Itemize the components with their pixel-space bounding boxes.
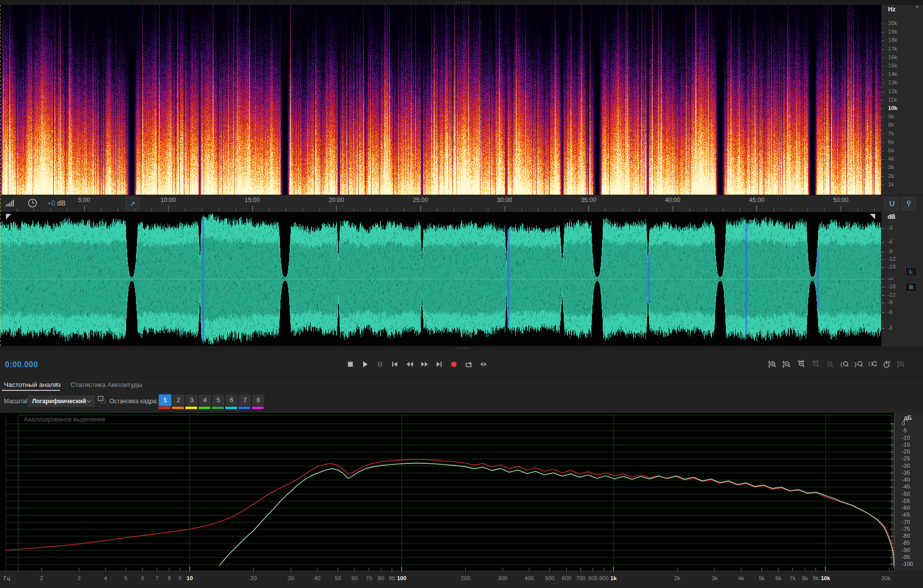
ruler-tick xyxy=(807,208,808,211)
freq-scale-tick xyxy=(882,83,884,83)
freq-scale-minor-tick xyxy=(882,130,883,130)
frame-hold-6-button[interactable]: 6 xyxy=(225,394,238,406)
chart-x-label: 500 xyxy=(545,575,554,581)
waveform-view[interactable] xyxy=(0,212,881,346)
zoom-in-amplitude-icon xyxy=(768,360,777,368)
top-strip-tick xyxy=(600,2,601,4)
chart-x-label: 70 xyxy=(366,575,372,581)
top-strip-tick xyxy=(358,2,358,4)
frame-hold-8-button[interactable]: 8 xyxy=(252,394,265,406)
top-strip-tick xyxy=(24,2,24,4)
play-button[interactable] xyxy=(359,358,372,371)
top-strip-tick xyxy=(653,2,653,4)
amp-scale-label: -12 xyxy=(888,256,896,262)
stop-button[interactable] xyxy=(344,358,357,371)
timeline-ruler[interactable]: +0 dB ↗ 5:0010:0015:0020:0025:0030:0035:… xyxy=(0,195,923,213)
top-strip-tick xyxy=(862,2,863,4)
frame-hold-1-button[interactable]: 1 xyxy=(159,394,171,406)
zoom-out-amplitude-button[interactable] xyxy=(780,358,793,371)
tab-frequency-analysis[interactable]: Частотный анализ xyxy=(4,381,61,388)
freq-scale-minor-tick xyxy=(882,155,883,156)
chart-x-label: 20k xyxy=(882,575,891,581)
top-strip-tick xyxy=(561,2,562,4)
amp-scale-minor-tick xyxy=(882,320,883,321)
top-strip-tick xyxy=(220,2,221,4)
skip-back-button[interactable] xyxy=(388,358,401,371)
top-strip-tick xyxy=(404,2,404,4)
top-strip-tick xyxy=(620,2,620,4)
ruler-tick xyxy=(84,206,85,211)
zoom-in-at-out-point-button[interactable]: } xyxy=(852,358,864,371)
top-strip-tick xyxy=(548,2,548,4)
chart-x-label: 8k xyxy=(802,575,808,581)
top-strip-tick xyxy=(384,2,384,4)
skip-selection-icon xyxy=(479,360,487,368)
corner-handle-right-icon[interactable] xyxy=(870,214,875,219)
zoom-time-stopwatch-button[interactable] xyxy=(880,358,893,371)
chart-x-label: 10k xyxy=(820,575,830,581)
frequency-scale[interactable]: Hz ▼ 20k19k18k17k16k15k14k13k12k11k10k9k… xyxy=(881,5,923,195)
top-strip-tick xyxy=(745,2,745,4)
panel-menu-icon[interactable]: ≡ xyxy=(54,380,59,388)
top-strip-tick xyxy=(784,2,785,4)
fast-forward-button[interactable] xyxy=(418,358,431,371)
top-strip-tick xyxy=(830,2,830,4)
channel-badge-left[interactable]: L xyxy=(905,267,917,276)
top-strip-tick xyxy=(659,2,660,4)
top-strip-tick xyxy=(725,2,725,4)
zoom-in-amplitude-button[interactable] xyxy=(766,358,779,371)
top-strip-tick xyxy=(371,2,372,4)
playhead-line[interactable] xyxy=(0,5,0,346)
freq-scale-tick xyxy=(882,66,884,67)
ruler-tick xyxy=(673,206,673,211)
snapping-magnet-button[interactable] xyxy=(885,197,899,210)
chart-x-unit: Гц xyxy=(4,575,10,581)
ruler-tick xyxy=(706,208,707,211)
waveform-scrollbar[interactable] xyxy=(0,346,923,351)
frame-hold-3-button[interactable]: 3 xyxy=(185,394,198,406)
time-display[interactable]: 0:00.000 xyxy=(5,351,38,378)
ruler-time-label: 15:00 xyxy=(244,197,260,204)
marker-button[interactable] xyxy=(901,197,916,210)
ruler-tick xyxy=(538,208,539,211)
frame-hold-5-button[interactable]: 5 xyxy=(212,394,225,406)
freq-scale-minor-tick xyxy=(882,87,883,88)
amplitude-scale[interactable]: dB L R -3-6-9-12-18-∞-18-12-9-6-3 xyxy=(881,212,923,346)
spectrogram-view[interactable] xyxy=(0,5,881,195)
zoom-in-time-button[interactable] xyxy=(794,358,807,371)
chart-x-label: 1k xyxy=(611,575,617,581)
freq-scale-label: 12k xyxy=(888,88,897,94)
skip-forward-icon xyxy=(435,360,443,368)
zoom-out-time-button[interactable] xyxy=(809,358,821,371)
freq-scale-tick xyxy=(882,32,884,33)
record-button[interactable] xyxy=(447,358,460,371)
channel-badge-right[interactable]: R xyxy=(905,283,917,292)
loop-playback-button[interactable] xyxy=(462,358,475,371)
top-scrollbar[interactable] xyxy=(0,0,923,5)
chart-x-label: 900 xyxy=(599,575,609,581)
amp-scale-label: -9 xyxy=(888,248,892,254)
scale-menu-icon[interactable]: ▼ xyxy=(915,5,919,9)
frame-hold-7-button[interactable]: 7 xyxy=(239,394,251,406)
frame-hold-2-button[interactable]: 2 xyxy=(172,394,185,406)
zoom-amplitude-full-button[interactable] xyxy=(894,358,907,371)
top-strip-handle[interactable] xyxy=(456,2,469,3)
amp-scale-tick xyxy=(882,228,885,229)
top-strip-tick xyxy=(836,2,837,4)
zoom-to-selection-button[interactable]: {} xyxy=(866,358,879,371)
ruler-tick xyxy=(353,208,354,211)
zoom-in-at-in-point-button[interactable]: { xyxy=(837,358,850,371)
freq-scale-minor-tick xyxy=(882,113,883,113)
top-strip-tick xyxy=(607,2,608,4)
zoom-out-full-button[interactable] xyxy=(823,358,836,371)
skip-forward-button[interactable] xyxy=(433,358,445,371)
pause-button[interactable] xyxy=(374,358,386,371)
freq-scale-tick xyxy=(882,117,884,117)
skip-selection-button[interactable] xyxy=(477,358,490,371)
top-strip-tick xyxy=(135,2,136,4)
tab-amplitude-statistics[interactable]: Статистика Амплитуды xyxy=(70,381,142,388)
frame-hold-4-button[interactable]: 4 xyxy=(199,394,211,406)
corner-handle-left-icon[interactable] xyxy=(6,214,11,219)
rewind-button[interactable] xyxy=(403,358,416,371)
ruler-tick xyxy=(521,208,522,211)
